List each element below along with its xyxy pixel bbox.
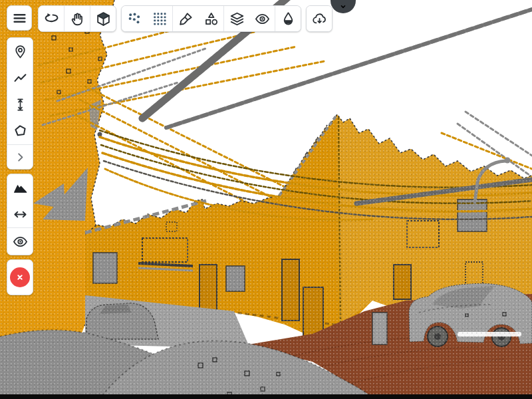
point-annotation-button[interactable] [7,38,33,65]
pan-button[interactable] [65,6,90,31]
button-subgroup [90,6,116,31]
button-subgroup [122,6,172,31]
point-cloud-scene [0,0,532,399]
button-subgroup [275,6,301,31]
height-measure-button[interactable] [7,91,33,118]
mountain-icon [12,180,29,196]
button-subgroup [64,6,90,31]
layers-button[interactable] [224,6,249,31]
viewport-canvas[interactable] [0,0,532,399]
map-pin-icon [12,43,29,60]
close-tools-button[interactable] [7,260,33,295]
polyline-icon [12,70,29,86]
points-grid-icon [152,11,168,27]
paintbrush-icon [178,11,194,27]
eye-icon [12,233,29,250]
toolbar-group [306,5,332,32]
paint-button[interactable] [173,6,198,31]
hamburger-menu-icon [11,10,28,27]
tool-sidebar [7,37,33,295]
pan-hand-icon [69,11,86,27]
shading-button[interactable] [275,6,301,31]
eye-icon [254,11,271,27]
points-sparse-icon [126,11,143,27]
toolbar-group [121,5,301,32]
cube-3d-icon [95,11,112,27]
layers-icon [229,11,245,27]
classification-button[interactable] [198,6,223,31]
line-measure-button[interactable] [7,65,33,91]
points-density-button[interactable] [147,6,172,31]
button-subgroup [307,6,332,31]
elevation-button[interactable] [7,174,33,201]
polygon-measure-button[interactable] [7,118,33,144]
download-button[interactable] [307,6,332,31]
expand-tools-button[interactable] [7,145,33,169]
chevron-down-icon [338,1,348,12]
sidebar-group [7,259,33,295]
close-red-circle [10,267,30,287]
cloud-download-icon [311,11,328,27]
width-arrow-icon [12,206,29,223]
button-subgroup [223,6,275,31]
show-hide-button[interactable] [7,228,33,255]
width-measure-button[interactable] [7,201,33,227]
sidebar-group [7,37,33,170]
orbit-button[interactable] [39,6,64,31]
shapes-classification-icon [203,11,219,27]
menu-button[interactable] [7,5,32,31]
button-subgroup [7,227,33,255]
button-subgroup [7,260,33,295]
toolbar-group [38,5,116,32]
visibility-button[interactable] [249,6,275,31]
droplet-icon [280,11,297,27]
height-measure-icon [12,96,29,113]
points-budget-button[interactable] [122,6,147,31]
chevron-right-icon [12,149,29,166]
orbit-rotate-icon [43,11,60,27]
sidebar-group [7,174,33,255]
top-toolbar [38,5,332,32]
button-subgroup [172,6,223,31]
app-root [0,0,532,399]
button-subgroup [7,38,33,144]
button-subgroup [7,174,33,227]
button-subgroup [39,6,64,31]
cube-view-button[interactable] [90,6,116,31]
button-subgroup [7,144,33,169]
polygon-icon [12,123,29,140]
close-x-icon [14,271,26,283]
letterbox-bar [0,394,532,399]
